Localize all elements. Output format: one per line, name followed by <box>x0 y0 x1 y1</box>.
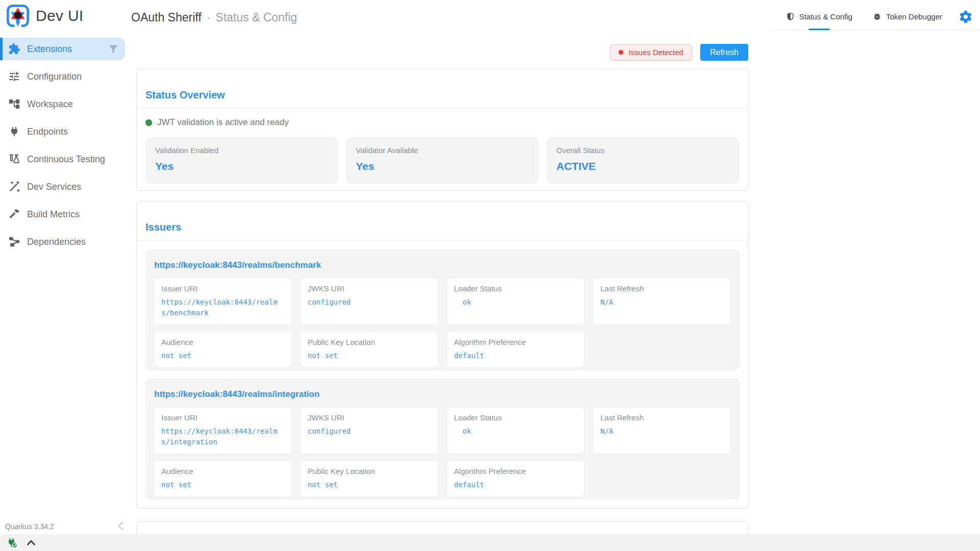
chevron-left-icon[interactable] <box>113 518 129 534</box>
tile-validation-enabled: Validation Enabled Yes <box>145 138 338 184</box>
tile-label: Validation Enabled <box>155 146 328 155</box>
field-loader-status: Loader Status ok <box>447 278 585 325</box>
chevron-up-icon[interactable] <box>24 536 38 549</box>
bug-icon <box>873 12 881 21</box>
tile-value: Yes <box>155 160 328 172</box>
graph-nodes-icon <box>8 236 20 248</box>
active-tab-indicator <box>808 29 830 30</box>
gear-icon[interactable] <box>959 10 973 24</box>
issuer-card-integration: https://keycloak:8443/realms/integration… <box>145 379 740 499</box>
refresh-button[interactable]: Refresh <box>700 44 748 61</box>
sidebar-item-configuration[interactable]: Configuration <box>0 65 125 88</box>
tab-token-debugger[interactable]: Token Debugger <box>863 3 952 30</box>
page-actions: Issues Detected Refresh <box>136 44 748 61</box>
tile-overall-status: Overall Status ACTIVE <box>547 138 739 184</box>
sidebar-item-workspace[interactable]: Workspace <box>0 93 125 115</box>
field-algorithm-preference: Algorithm Preference default <box>447 460 585 497</box>
field-algorithm-preference: Algorithm Preference default <box>447 331 585 368</box>
field-jwks-uri: JWKS URI configured <box>300 407 438 454</box>
issuer-url: https://keycloak:8443/realms/benchmark <box>154 260 731 270</box>
status-overview-card: Status Overview JWT validation is active… <box>136 69 748 191</box>
sidebar-item-label: Endpoints <box>27 127 68 137</box>
magic-wand-icon <box>8 181 20 193</box>
field-issuer-uri: Issuer URI https://keycloak:8443/realms/… <box>154 407 292 454</box>
plug-check-icon <box>6 537 18 549</box>
sidebar-item-label: Extensions <box>27 44 72 55</box>
sidebar-item-label: Dependencies <box>27 237 86 247</box>
status-overview-title: Status Overview <box>145 90 739 100</box>
filter-icon[interactable] <box>108 43 119 55</box>
folder-tree-icon <box>8 98 20 110</box>
shield-icon <box>786 12 795 21</box>
sidebar-item-dev-services[interactable]: Dev Services <box>0 176 125 198</box>
quarkus-logo-icon <box>6 4 30 28</box>
sidebar-item-label: Continuous Testing <box>27 154 105 165</box>
tab-label: Status & Config <box>799 12 852 21</box>
tile-value: ACTIVE <box>556 160 729 172</box>
field-audience: Audience not set <box>154 331 292 368</box>
dev-ui-footer-bar <box>0 534 980 551</box>
issuer-url: https://keycloak:8443/realms/integration <box>154 389 731 399</box>
error-dot-icon <box>619 50 623 55</box>
title-separator: · <box>207 11 211 24</box>
issuers-title: Issuers <box>145 222 739 232</box>
page-subtitle: Status & Config <box>215 11 297 24</box>
sidebar-item-dependencies[interactable]: Dependencies <box>0 231 125 253</box>
tab-status-config[interactable]: Status & Config <box>776 3 863 30</box>
app-brand: Dev UI <box>6 4 84 28</box>
tile-value: Yes <box>356 160 529 172</box>
sidebar: Extensions Configuration Workspace Endpo… <box>0 38 128 258</box>
jwt-status-line: JWT validation is active and ready <box>137 109 748 128</box>
flask-vial-icon <box>8 153 20 165</box>
issuer-card-benchmark: https://keycloak:8443/realms/benchmark I… <box>145 249 740 370</box>
field-loader-status: Loader Status ok <box>447 407 585 454</box>
sidebar-item-extensions[interactable]: Extensions <box>0 38 125 60</box>
plug-icon <box>8 126 20 138</box>
badge-label: Issues Detected <box>628 48 683 57</box>
field-audience: Audience not set <box>154 460 292 497</box>
field-public-key-location: Public Key Location not set <box>300 460 438 497</box>
page-title: OAuth Sheriff · Status & Config <box>131 11 297 24</box>
extension-name: OAuth Sheriff <box>131 11 202 24</box>
tile-validator-available: Validator Available Yes <box>346 138 538 184</box>
issues-detected-badge: Issues Detected <box>610 44 692 61</box>
sidebar-item-endpoints[interactable]: Endpoints <box>0 120 125 143</box>
field-last-refresh: Last Refresh N/A <box>593 278 731 325</box>
sidebar-item-label: Dev Services <box>27 182 81 192</box>
field-public-key-location: Public Key Location not set <box>300 331 438 368</box>
jwt-status-message: JWT validation is active and ready <box>157 117 289 128</box>
sidebar-item-label: Configuration <box>27 71 82 82</box>
tile-label: Validator Available <box>356 146 529 155</box>
field-issuer-uri: Issuer URI https://keycloak:8443/realms/… <box>154 278 292 325</box>
sidebar-item-continuous-testing[interactable]: Continuous Testing <box>0 148 125 170</box>
issuers-card: Issuers https://keycloak:8443/realms/ben… <box>136 201 748 509</box>
top-tabs-bar: Status & Config Token Debugger <box>771 0 980 31</box>
field-jwks-uri: JWKS URI configured <box>300 278 438 325</box>
status-ok-dot-icon <box>145 119 152 126</box>
hammer-icon <box>8 208 20 220</box>
sidebar-item-label: Workspace <box>27 99 73 110</box>
tab-label: Token Debugger <box>886 12 942 21</box>
brand-title: Dev UI <box>36 7 84 24</box>
quarkus-version: Quarkus 3.34.2 <box>5 522 54 531</box>
sidebar-item-label: Build Metrics <box>27 209 80 220</box>
puzzle-icon <box>8 43 20 55</box>
sliders-icon <box>8 70 20 83</box>
tile-label: Overall Status <box>556 146 729 155</box>
field-last-refresh: Last Refresh N/A <box>593 407 731 454</box>
sidebar-item-build-metrics[interactable]: Build Metrics <box>0 203 125 226</box>
